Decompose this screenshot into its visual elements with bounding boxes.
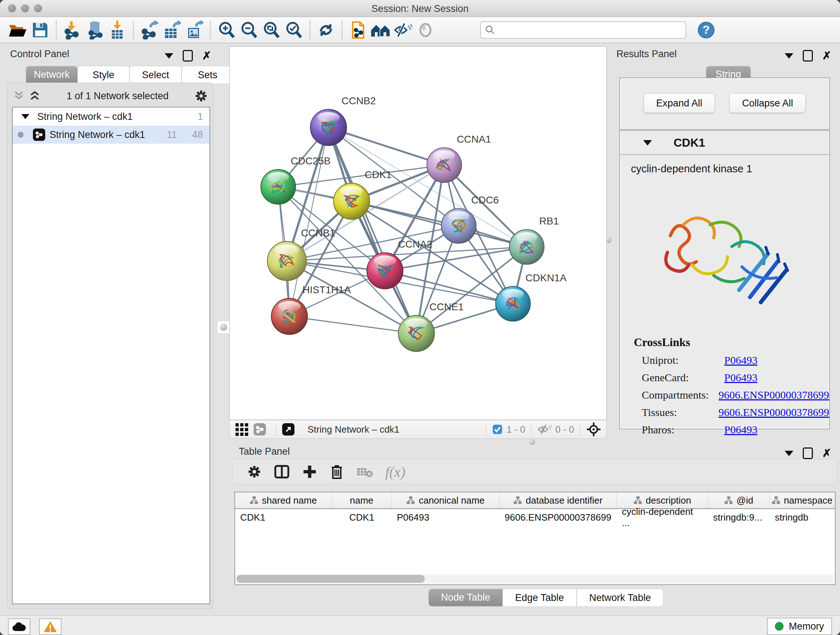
open-session-button[interactable] [6,19,29,41]
column-header-shared-name[interactable]: shared name [235,492,332,508]
add-column-icon[interactable] [302,464,317,479]
tab-network-table[interactable]: Network Table [576,589,664,607]
birdseye-grid-icon[interactable] [235,423,248,436]
network-node-CDC25B[interactable]: CDC25B [261,155,331,204]
float-panel-icon[interactable] [803,448,813,459]
help-button[interactable]: ? [695,19,717,41]
crosslink-label: Pharos: [642,424,724,436]
results-panel: Results Panel ✗ String Expand All Collap… [611,46,836,444]
crosslink-url[interactable]: P06493 [724,424,758,436]
help-icon: ? [698,21,715,39]
crosslink-url[interactable]: P06493 [724,371,758,384]
search-container [480,21,686,39]
import-network-button[interactable] [61,19,84,41]
cloud-status-button[interactable] [8,618,30,635]
crosslink-url[interactable]: P06493 [724,354,758,366]
tab-select[interactable]: Select [129,66,182,84]
network-canvas[interactable]: CCNB2CCNA1CDC25BCDK1CDC6RB1CCNB1CCNA2CDK… [229,46,607,420]
crosslink-url[interactable]: 9606.ENSP00000378699 [718,389,829,401]
network-node-RB1[interactable]: RB1 [509,215,559,264]
network-node-CCNB1[interactable]: CCNB1 [267,227,335,280]
network-edge[interactable] [328,127,416,333]
collapse-gene-icon[interactable] [643,140,652,146]
network-edge[interactable] [289,317,416,333]
crosslink-row: Pharos:P06493 [642,424,829,436]
table-options-gear-icon[interactable] [247,464,262,479]
vertical-splitter-handle[interactable] [217,321,230,334]
panel-menu-icon[interactable] [785,53,793,59]
tab-edge-table[interactable]: Edge Table [502,589,576,607]
tab-style[interactable]: Style [77,66,129,84]
vertical-splitter-handle-right[interactable] [606,234,611,246]
column-header-database-identifier[interactable]: database identifier [500,492,617,508]
node-label: CDKN1A [526,272,567,283]
column-header-name[interactable]: name [332,492,392,508]
network-tree-row[interactable]: String Network – cdk11 [13,108,210,126]
zoom-out-button[interactable] [238,19,260,41]
column-header--id[interactable]: @id [708,492,770,508]
update-network-button[interactable] [315,19,337,41]
table-cell: CDK1 [332,509,392,526]
export-image-button[interactable] [183,19,205,41]
network-edge[interactable] [352,201,527,247]
network-tree-row[interactable]: String Network – cdk11148 [13,126,210,144]
save-icon [32,22,49,38]
float-panel-icon[interactable] [803,50,813,62]
memory-status-button[interactable]: Memory [767,618,832,635]
expand-all-button[interactable]: Expand All [644,93,715,113]
crosslink-label: GeneCard: [642,371,724,384]
network-node-CCNA1[interactable]: CCNA1 [427,134,491,182]
table-header-row: shared namenamecanonical namedatabase id… [235,492,835,509]
save-session-button[interactable] [29,19,51,41]
column-header-namespace[interactable]: namespace [770,492,835,508]
tab-network[interactable]: Network [26,66,77,83]
warning-status-button[interactable] [39,618,62,635]
tab-node-table[interactable]: Node Table [429,589,502,606]
zoom-fit-button[interactable] [260,19,283,41]
zoom-selected-button[interactable] [283,19,305,41]
import-database-button[interactable] [84,19,106,41]
export-table-button[interactable] [161,19,183,41]
open-in-browser-icon[interactable] [282,423,294,435]
search-input[interactable] [480,21,686,39]
table-horizontal-scrollbar[interactable] [235,574,834,584]
close-panel-icon[interactable]: ✗ [822,448,831,459]
network-node-CCNE1[interactable]: CCNE1 [398,301,464,352]
show-columns-icon[interactable] [274,464,290,480]
close-panel-icon[interactable]: ✗ [822,50,831,61]
collapse-all-button[interactable]: Collapse All [729,93,806,113]
status-bar: Memory [0,616,840,635]
node-label: CCNA2 [398,239,432,250]
disclosure-triangle-icon[interactable] [21,114,29,119]
tab-sets[interactable]: Sets [182,66,234,84]
crosslink-url[interactable]: 9606.ENSP00000378699 [718,406,829,418]
fit-selected-crosshair-icon[interactable] [586,422,601,437]
panel-menu-icon[interactable] [164,53,173,59]
collapse-all-icon[interactable] [13,90,25,101]
close-panel-icon[interactable]: ✗ [202,50,211,61]
string-network-graph[interactable]: CCNB2CCNA1CDC25BCDK1CDC6RB1CCNB1CCNA2CDK… [230,47,606,420]
node-label: HIST1H1A [302,284,351,295]
network-node-CDKN1A[interactable]: CDKN1A [496,272,567,321]
hide-panel-button[interactable] [392,19,414,41]
network-options-gear-icon[interactable] [194,89,208,103]
crosslinks-title: CrossLinks [634,336,829,349]
home-button[interactable] [369,19,392,41]
table-cell: stringdb [770,509,835,526]
float-panel-icon[interactable] [183,50,193,62]
zoom-in-button[interactable] [215,19,238,41]
column-header-canonical-name[interactable]: canonical name [392,492,500,508]
control-panel-tabs: NetworkStyleSelectSets [26,66,234,83]
panel-menu-icon[interactable] [785,451,793,456]
network-node-CCNB2[interactable]: CCNB2 [310,95,376,146]
network-node-CDK1[interactable]: CDK1 [333,169,392,219]
show-panel-button[interactable] [414,19,437,41]
gene-description: cyclin-dependent kinase 1 [620,155,829,175]
export-network-button[interactable] [138,19,161,41]
table-row[interactable]: CDK1CDK1P064939606.ENSP00000378699cyclin… [235,509,835,526]
first-neighbors-button[interactable] [347,19,369,41]
import-table-button[interactable] [106,19,128,41]
expand-all-icon[interactable] [28,90,41,101]
delete-column-icon[interactable] [330,464,344,480]
network-node-HIST1H1A[interactable]: HIST1H1A [271,284,351,334]
